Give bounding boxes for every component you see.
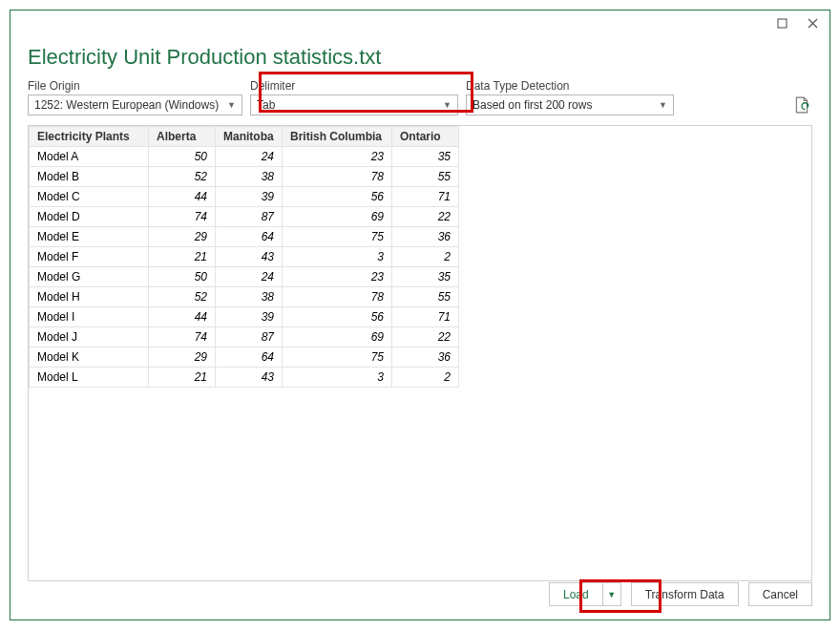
row-value: 69 <box>283 327 392 347</box>
row-value: 39 <box>216 307 283 327</box>
close-button[interactable] <box>799 12 826 33</box>
row-value: 52 <box>149 167 216 187</box>
row-value: 64 <box>216 347 283 368</box>
row-value: 78 <box>283 287 392 307</box>
table-header-row: Electricity Plants Alberta Manitoba Brit… <box>30 127 459 147</box>
load-button[interactable]: Load ▼ <box>549 582 621 606</box>
row-value: 55 <box>392 167 459 187</box>
table-row: Model E29647536 <box>30 227 459 247</box>
row-value: 3 <box>283 368 392 388</box>
row-value: 2 <box>392 368 459 388</box>
table-row: Model C44395671 <box>30 187 459 207</box>
import-preview-dialog: Electricity Unit Production statistics.t… <box>10 10 830 620</box>
titlebar <box>10 10 830 37</box>
table-row: Model K29647536 <box>30 347 459 368</box>
cancel-label: Cancel <box>763 588 798 601</box>
table-row: Model B52387855 <box>30 167 459 187</box>
detection-value: Based on first 200 rows <box>472 98 592 112</box>
row-value: 39 <box>216 187 283 207</box>
row-value: 74 <box>149 207 216 227</box>
table-row: Model L214332 <box>30 368 459 388</box>
row-value: 35 <box>392 267 459 287</box>
chevron-down-icon: ▼ <box>659 100 667 110</box>
row-value: 38 <box>216 167 283 187</box>
row-name: Model B <box>30 167 149 187</box>
col-header: Ontario <box>392 127 459 147</box>
col-header: British Columbia <box>283 127 392 147</box>
row-value: 36 <box>392 227 459 247</box>
row-value: 43 <box>216 247 283 267</box>
row-value: 3 <box>283 247 392 267</box>
svg-rect-0 <box>778 19 787 28</box>
options-row: File Origin 1252: Western European (Wind… <box>10 79 830 119</box>
cancel-button[interactable]: Cancel <box>748 582 812 606</box>
row-value: 29 <box>149 347 216 368</box>
row-value: 2 <box>392 247 459 267</box>
delimiter-group: Delimiter Tab ▼ <box>250 79 458 116</box>
row-value: 87 <box>216 207 283 227</box>
col-header: Alberta <box>149 127 216 147</box>
row-value: 64 <box>216 227 283 247</box>
row-value: 44 <box>149 307 216 327</box>
row-value: 75 <box>283 347 392 368</box>
table-row: Model F214332 <box>30 247 459 267</box>
select-source-file-button[interactable] <box>793 96 812 116</box>
table-row: Model G50242335 <box>30 267 459 287</box>
row-value: 75 <box>283 227 392 247</box>
row-name: Model H <box>30 287 149 307</box>
dialog-footer: Load ▼ Transform Data Cancel <box>549 582 812 606</box>
row-name: Model D <box>30 207 149 227</box>
row-value: 35 <box>392 147 459 167</box>
row-name: Model C <box>30 187 149 207</box>
row-value: 50 <box>149 147 216 167</box>
col-header: Manitoba <box>216 127 283 147</box>
file-origin-label: File Origin <box>28 79 242 93</box>
row-name: Model A <box>30 147 149 167</box>
table-row: Model I44395671 <box>30 307 459 327</box>
row-name: Model G <box>30 267 149 287</box>
row-value: 87 <box>216 327 283 347</box>
delimiter-combo[interactable]: Tab ▼ <box>250 94 458 116</box>
row-value: 55 <box>392 287 459 307</box>
row-name: Model J <box>30 327 149 347</box>
preview-table: Electricity Plants Alberta Manitoba Brit… <box>29 126 459 388</box>
table-row: Model D74876922 <box>30 207 459 227</box>
file-origin-value: 1252: Western European (Windows) <box>34 98 219 112</box>
row-value: 24 <box>216 267 283 287</box>
row-value: 22 <box>392 207 459 227</box>
detection-combo[interactable]: Based on first 200 rows ▼ <box>466 94 674 116</box>
row-name: Model L <box>30 368 149 388</box>
file-origin-combo[interactable]: 1252: Western European (Windows) ▼ <box>28 94 242 116</box>
dialog-title: Electricity Unit Production statistics.t… <box>10 37 830 79</box>
table-row: Model H52387855 <box>30 287 459 307</box>
row-value: 44 <box>149 187 216 207</box>
row-value: 22 <box>392 327 459 347</box>
row-name: Model K <box>30 347 149 368</box>
row-value: 50 <box>149 267 216 287</box>
row-name: Model E <box>30 227 149 247</box>
row-value: 74 <box>149 327 216 347</box>
row-value: 71 <box>392 307 459 327</box>
transform-data-button[interactable]: Transform Data <box>631 582 739 606</box>
row-value: 69 <box>283 207 392 227</box>
row-value: 52 <box>149 287 216 307</box>
delimiter-label: Delimiter <box>250 79 458 93</box>
chevron-down-icon: ▼ <box>227 100 236 110</box>
row-value: 78 <box>283 167 392 187</box>
row-value: 21 <box>149 368 216 388</box>
table-row: Model A50242335 <box>30 147 459 167</box>
row-value: 23 <box>283 147 392 167</box>
load-button-label: Load <box>550 583 603 605</box>
row-value: 43 <box>216 368 283 388</box>
table-row: Model J74876922 <box>30 327 459 347</box>
preview-grid: Electricity Plants Alberta Manitoba Brit… <box>28 125 812 581</box>
row-value: 24 <box>216 147 283 167</box>
maximize-button[interactable] <box>768 12 795 33</box>
row-value: 71 <box>392 187 459 207</box>
row-name: Model I <box>30 307 149 327</box>
row-value: 21 <box>149 247 216 267</box>
row-value: 56 <box>283 187 392 207</box>
detection-group: Data Type Detection Based on first 200 r… <box>466 79 674 116</box>
chevron-down-icon[interactable]: ▼ <box>603 590 620 599</box>
row-value: 36 <box>392 347 459 368</box>
